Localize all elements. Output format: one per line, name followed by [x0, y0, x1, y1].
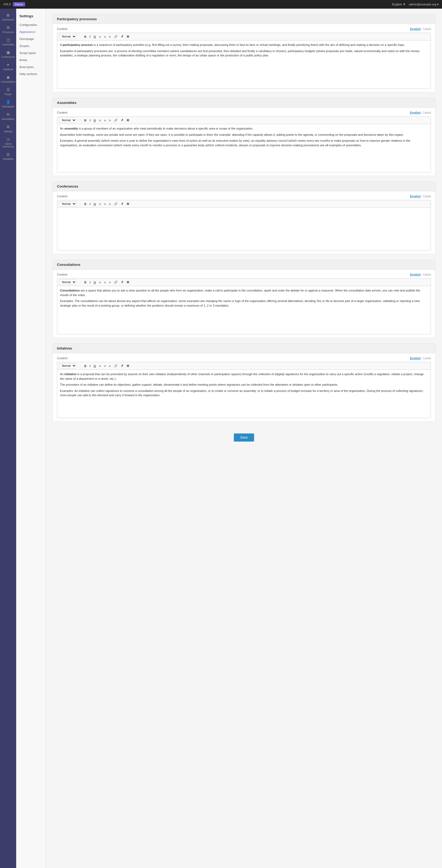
indent-btn-initiatives[interactable]: ≡	[108, 364, 112, 368]
editor-content-conferences[interactable]	[57, 208, 431, 251]
code-btn-conferences[interactable]: ✗	[120, 202, 124, 206]
lang-tab-catala-conferences[interactable]: Català	[422, 195, 431, 198]
italic-btn-assemblies[interactable]: I	[89, 118, 91, 123]
bold-btn-conferences[interactable]: B	[83, 202, 87, 206]
sidebar-item-initiatives[interactable]: ✦ Initiatives	[0, 60, 16, 73]
editor-content-assemblies[interactable]: An assembly is a group of members of an …	[57, 124, 431, 173]
style-select-initiatives[interactable]: Normal	[59, 363, 77, 368]
user-menu[interactable]: admin@example.org ▾	[409, 3, 439, 6]
lang-tab-english-pp[interactable]: English	[410, 27, 421, 31]
sidebar-item-settings[interactable]: ⚙ Settings	[0, 123, 16, 135]
content-area-assemblies: Content English Català Normal ⋮ B I U ≡ …	[53, 108, 435, 176]
leftnav-scopetypes[interactable]: Scope types	[16, 50, 46, 56]
indent-btn-pp[interactable]: ≡	[108, 35, 112, 39]
sidebar-item-processes[interactable]: ⚙ Processes	[0, 23, 16, 36]
bold-btn-assemblies[interactable]: B	[83, 118, 87, 123]
indent-btn-conferences[interactable]: ≡	[108, 202, 112, 206]
sidebar-item-adminlog[interactable]: ◷ Admin activity log	[0, 135, 16, 150]
underline-btn-conferences[interactable]: U	[93, 202, 97, 206]
lang-tab-english-consultations[interactable]: English	[410, 273, 421, 276]
bold-btn-initiatives[interactable]: B	[83, 364, 87, 368]
link-btn-pp[interactable]: 🔗	[113, 34, 119, 39]
leftnav-helpsections[interactable]: Help sections	[16, 70, 46, 78]
link-btn-consultations[interactable]: 🔗	[113, 280, 119, 284]
table-btn-assemblies[interactable]: ⊞	[126, 118, 130, 123]
lang-tab-english-conferences[interactable]: English	[410, 195, 421, 198]
style-select-pp[interactable]: Normal	[59, 34, 77, 39]
editor-content-consultations[interactable]: Consultations are a space that allows yo…	[57, 286, 431, 334]
italic-btn-initiatives[interactable]: I	[89, 364, 91, 368]
underline-btn-assemblies[interactable]: U	[93, 118, 97, 123]
indent-btn-assemblies[interactable]: ≡	[108, 118, 112, 123]
editor-toolbar-pp: Normal ⋮ B I U ≡ ≡ ≡ 🔗 ✗ ⊞	[57, 33, 431, 40]
code-btn-consultations[interactable]: ✗	[120, 280, 124, 284]
sidebar-item-participants[interactable]: 👤 Participants	[0, 98, 16, 110]
sidebar-item-pages[interactable]: ☰ Pages	[0, 85, 16, 98]
sidebar-item-label: Participants	[2, 105, 14, 108]
assemblies-icon: ◫	[6, 38, 10, 42]
participants-icon: 👤	[6, 100, 10, 104]
code-btn-assemblies[interactable]: ✗	[120, 118, 124, 123]
bold-btn-consultations[interactable]: B	[83, 280, 87, 284]
leftnav-configuration[interactable]: Configuration	[16, 21, 46, 28]
link-btn-initiatives[interactable]: 🔗	[113, 364, 119, 368]
italic-btn-consultations[interactable]: I	[89, 280, 91, 284]
underline-btn-initiatives[interactable]: U	[93, 364, 97, 368]
lang-arrow-icon: ▼	[403, 3, 406, 6]
underline-btn-consultations[interactable]: U	[93, 280, 97, 284]
style-select-conferences[interactable]: Normal	[59, 202, 77, 207]
lang-tab-catala-assemblies[interactable]: Català	[422, 111, 431, 114]
leftnav-areatypes[interactable]: Area types	[16, 63, 46, 70]
lang-tabs-consultations: English Català	[410, 273, 431, 276]
leftnav-areas[interactable]: Areas	[16, 56, 46, 63]
lang-tab-catala-pp[interactable]: Català	[422, 27, 431, 31]
settings-title: Settings	[16, 12, 46, 20]
table-btn-initiatives[interactable]: ⊞	[126, 364, 130, 368]
lang-tab-catala-initiatives[interactable]: Català	[422, 356, 431, 360]
indent-btn-consultations[interactable]: ≡	[108, 280, 112, 284]
list-btn-conferences[interactable]: ≡	[98, 202, 101, 206]
sidebar-item-dashboard[interactable]: ⊞ Dashboard	[0, 11, 16, 23]
underline-btn-pp[interactable]: U	[93, 35, 97, 39]
sidebar-item-assemblies[interactable]: ◫ Assemblies	[0, 36, 16, 48]
save-button[interactable]: Save	[234, 433, 254, 441]
dashboard-icon: ⊞	[6, 13, 10, 17]
link-btn-conferences[interactable]: 🔗	[113, 202, 119, 206]
olist-btn-initiatives[interactable]: ≡	[103, 364, 107, 368]
leftnav-scopes[interactable]: Scopes	[16, 42, 46, 50]
olist-btn-conferences[interactable]: ≡	[103, 202, 107, 206]
olist-btn-consultations[interactable]: ≡	[103, 280, 107, 284]
bold-btn-pp[interactable]: B	[83, 35, 87, 39]
sidebar-item-label: Processes	[2, 31, 14, 33]
link-btn-assemblies[interactable]: 🔗	[113, 118, 119, 123]
lang-tab-catala-consultations[interactable]: Català	[422, 273, 431, 276]
code-btn-pp[interactable]: ✗	[120, 34, 124, 39]
editor-content-initiatives[interactable]: An initiative is a proposal that can be …	[57, 370, 431, 418]
list-btn-initiatives[interactable]: ≡	[98, 364, 101, 368]
list-btn-assemblies[interactable]: ≡	[98, 118, 101, 123]
olist-btn-assemblies[interactable]: ≡	[103, 118, 107, 123]
lang-tab-english-initiatives[interactable]: English	[410, 356, 421, 360]
list-btn-consultations[interactable]: ≡	[98, 280, 101, 284]
sidebar-item-templates[interactable]: ⊟ Templates	[0, 150, 16, 162]
language-selector[interactable]: English ▼	[392, 3, 406, 6]
italic-btn-pp[interactable]: I	[89, 35, 91, 39]
table-btn-consultations[interactable]: ⊞	[126, 280, 130, 284]
list-btn-pp[interactable]: ≡	[98, 35, 101, 39]
table-btn-conferences[interactable]: ⊞	[126, 202, 130, 206]
editor-content-pp[interactable]: A participatory process is a sequence of…	[57, 40, 431, 89]
initiatives-icon: ✦	[6, 63, 10, 67]
leftnav-appearance[interactable]: Appearance	[16, 28, 46, 35]
italic-btn-conferences[interactable]: I	[89, 202, 91, 206]
sidebar-item-conferences[interactable]: ▣ Conferences	[0, 48, 16, 60]
olist-btn-pp[interactable]: ≡	[103, 35, 107, 39]
sidebar-item-label: Pages	[5, 93, 11, 96]
table-btn-pp[interactable]: ⊞	[126, 34, 130, 39]
sidebar-item-consultations[interactable]: ◉ Consultations	[0, 73, 16, 85]
leftnav-homepage[interactable]: Homepage	[16, 35, 46, 42]
code-btn-initiatives[interactable]: ✗	[120, 364, 124, 368]
lang-tab-english-assemblies[interactable]: English	[410, 111, 421, 114]
style-select-assemblies[interactable]: Normal	[59, 118, 77, 123]
sidebar-item-newsletters[interactable]: ✉ Newsletters	[0, 110, 16, 123]
style-select-consultations[interactable]: Normal	[59, 280, 77, 285]
